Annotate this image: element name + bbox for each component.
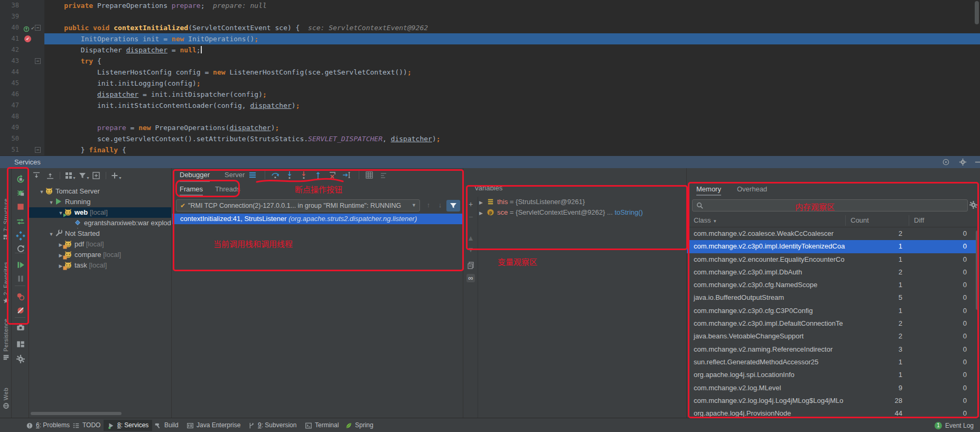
tool-window-stripe-web[interactable]: Web bbox=[0, 388, 12, 415]
thread-dump-button[interactable] bbox=[16, 323, 25, 332]
code-line[interactable]: 44 ListenerHostConfig config = new Liste… bbox=[0, 67, 980, 78]
code-line[interactable]: 42 Dispatcher dispatcher = null; bbox=[0, 44, 980, 56]
fold-marker[interactable]: − bbox=[35, 58, 41, 64]
tree-item-not-started[interactable]: ▼Not Started bbox=[29, 228, 172, 239]
tree-open-arrow-icon[interactable]: ▼ bbox=[48, 197, 54, 207]
step-over-button[interactable] bbox=[271, 171, 279, 179]
code-line[interactable]: 45 init.initLogging(config); bbox=[0, 78, 980, 89]
memory-class-row[interactable]: com.mchange.v2.log.MLevel90 bbox=[687, 382, 977, 394]
statusbar--services-button[interactable]: 8: Services bbox=[104, 420, 152, 431]
tree-horizontal-scrollbar[interactable] bbox=[31, 412, 122, 415]
hotswap-button[interactable] bbox=[16, 231, 25, 241]
evaluate-button[interactable]: ∞ bbox=[466, 274, 475, 282]
tree-item-pdf[interactable]: ▶pdf [local] bbox=[29, 239, 172, 250]
memory-scrollbar[interactable] bbox=[976, 231, 979, 310]
code-line[interactable]: 39 bbox=[0, 11, 980, 22]
mute-breakpoints-button[interactable] bbox=[16, 306, 25, 315]
override-method-icon[interactable] bbox=[23, 24, 30, 31]
filter-icon[interactable]: ▼ bbox=[78, 171, 87, 180]
memory-class-row[interactable]: java.beans.VetoableChangeSupport20 bbox=[687, 330, 977, 343]
resume-button[interactable] bbox=[16, 260, 25, 270]
tab-server[interactable]: Server bbox=[225, 168, 245, 182]
expand-arrow-icon[interactable]: ▶ bbox=[479, 197, 487, 208]
addplus-icon[interactable]: ▼ bbox=[110, 171, 119, 180]
memory-class-row[interactable]: java.io.BufferedOutputStream50 bbox=[687, 291, 977, 304]
memory-class-row[interactable]: com.mchange.v2.c3p0.impl.DefaultConnecti… bbox=[687, 317, 977, 330]
force-step-into-button[interactable] bbox=[300, 171, 308, 179]
run-to-cursor-button[interactable] bbox=[342, 171, 351, 179]
grouping-icon[interactable]: ▼ bbox=[64, 171, 73, 180]
statusbar--problems-button[interactable]: 6: Problems bbox=[22, 420, 73, 431]
code-line[interactable]: 46 dispatcher = init.initDispatcher(conf… bbox=[0, 89, 980, 100]
tab-overhead[interactable]: Overhead bbox=[737, 183, 767, 196]
variable-row-sce[interactable]: ▶psce = {ServletContextEvent@9262} ... t… bbox=[479, 207, 643, 218]
memory-table-header[interactable]: Class ▼ Count Diff bbox=[687, 214, 977, 227]
memory-class-row[interactable]: com.mchange.v2.log.log4j.Log4jMLog$Log4j… bbox=[687, 394, 977, 407]
layout-menu-icon[interactable] bbox=[248, 171, 257, 179]
hide-icon[interactable] bbox=[974, 158, 980, 166]
event-log-button[interactable]: 1 Event Log bbox=[935, 420, 974, 431]
tree-item-compare[interactable]: ▶compare [local] bbox=[29, 250, 172, 260]
code-line[interactable]: 50 sce.getServletContext().setAttribute(… bbox=[0, 133, 980, 144]
step-out-button[interactable] bbox=[314, 171, 322, 179]
duplicate-button[interactable] bbox=[466, 261, 475, 270]
frameplus-icon[interactable] bbox=[92, 171, 100, 180]
expand-icon[interactable] bbox=[32, 171, 41, 180]
settings-button[interactable] bbox=[16, 354, 25, 364]
code-line[interactable]: 43− try { bbox=[0, 56, 980, 67]
tree-open-arrow-icon[interactable]: ▼ bbox=[39, 187, 45, 197]
step-into-button[interactable] bbox=[285, 171, 294, 179]
editor-scrollbar[interactable] bbox=[975, 1, 979, 24]
layout-button[interactable] bbox=[16, 339, 25, 349]
statusbar-java-enterprise-button[interactable]: Java Enterprise bbox=[183, 420, 244, 431]
stop-button[interactable] bbox=[16, 202, 25, 212]
tool-window-stripe--favorites[interactable]: 2: Favorites bbox=[0, 262, 12, 318]
tool-window-stripe--structure[interactable]: 7: Structure bbox=[0, 198, 12, 256]
breakpoint-icon[interactable]: ✔ bbox=[24, 35, 31, 42]
pause-button[interactable] bbox=[16, 274, 25, 283]
previous-frame-button[interactable]: ↑ bbox=[424, 201, 433, 209]
tab-threads[interactable]: Threads bbox=[215, 183, 240, 196]
statusbar-todo-button[interactable]: TODO bbox=[69, 420, 104, 431]
statusbar--subversion-button[interactable]: 9: Subversion bbox=[244, 420, 300, 431]
memory-search-input[interactable] bbox=[692, 199, 968, 212]
fold-marker[interactable]: − bbox=[35, 147, 41, 153]
move-up-button[interactable]: ▲ bbox=[466, 234, 475, 242]
tool-window-stripe-persistence[interactable]: Persistence bbox=[0, 318, 12, 369]
tree-item-web[interactable]: ▼web [local] bbox=[29, 207, 172, 218]
view-breakpoints-button[interactable] bbox=[16, 292, 25, 301]
expand-arrow-icon[interactable]: ▶ bbox=[479, 208, 487, 218]
tostring-link[interactable]: toString() bbox=[614, 208, 642, 216]
column-count[interactable]: Count bbox=[851, 214, 869, 227]
debug-button[interactable] bbox=[16, 188, 25, 197]
memory-class-row[interactable]: com.mchange.v2.naming.ReferenceIndirecto… bbox=[687, 343, 977, 356]
memory-class-row[interactable]: com.mchange.v2.c3p0.impl.DbAuth20 bbox=[687, 266, 977, 279]
rerun-button[interactable] bbox=[16, 174, 25, 184]
services-tree-panel[interactable]: ▼▼▼ ▼Tomcat Server▼Running▼web [local]eg… bbox=[29, 168, 172, 418]
memory-class-row[interactable]: org.apache.log4j.spi.LocationInfo10 bbox=[687, 369, 977, 381]
thread-selector-dropdown[interactable]: ✔"RMI TCP Connection(2)-127.0.0.1... in … bbox=[176, 199, 420, 212]
memory-settings-gear-icon[interactable] bbox=[969, 200, 978, 209]
add-watch-button[interactable]: + bbox=[466, 200, 475, 208]
code-editor[interactable]: 38 private PrepareOperations prepare; pr… bbox=[0, 0, 980, 156]
remove-watch-button[interactable]: − bbox=[466, 213, 475, 221]
services-tool-window-header[interactable]: Services bbox=[0, 156, 980, 168]
code-line[interactable]: 41✔ InitOperations init = new InitOperat… bbox=[0, 33, 980, 44]
drop-frame-button[interactable] bbox=[328, 171, 337, 179]
tab-frames[interactable]: Frames bbox=[180, 183, 203, 196]
memory-class-row[interactable]: com.mchange.v2.c3p0.cfg.C3P0Config10 bbox=[687, 305, 977, 317]
memory-class-row[interactable]: com.mchange.v2.c3p0.cfg.NamedScope10 bbox=[687, 279, 977, 291]
tree-open-arrow-icon[interactable]: ▼ bbox=[48, 229, 54, 239]
column-class[interactable]: Class ▼ bbox=[694, 214, 717, 228]
fold-marker[interactable]: − bbox=[35, 25, 41, 31]
tab-debugger[interactable]: Debugger bbox=[180, 168, 210, 182]
code-line[interactable]: 48 bbox=[0, 111, 980, 122]
code-line[interactable]: 47 init.initStaticContentLoader(config, … bbox=[0, 100, 980, 111]
tree-item-running[interactable]: ▼Running bbox=[29, 197, 172, 207]
tab-memory[interactable]: Memory bbox=[696, 183, 721, 196]
evaluate-grid-icon[interactable] bbox=[365, 171, 374, 179]
stack-frame-row[interactable]: contextInitialized:41, StrutsListener (o… bbox=[172, 214, 463, 224]
statusbar-spring-button[interactable]: Spring bbox=[341, 420, 377, 431]
code-line[interactable]: 38 private PrepareOperations prepare; pr… bbox=[0, 0, 980, 11]
console-list-icon[interactable] bbox=[379, 171, 388, 179]
